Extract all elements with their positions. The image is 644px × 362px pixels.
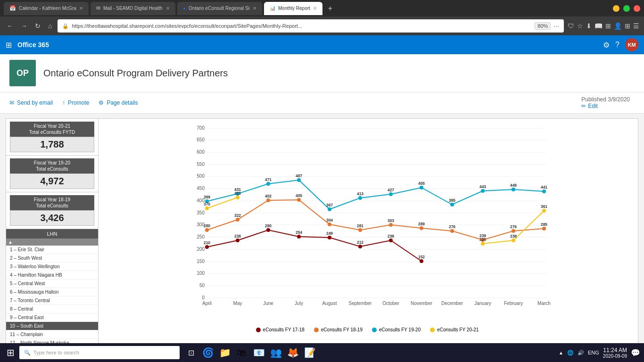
download-icon[interactable]: ⬇	[586, 22, 592, 30]
forward-button[interactable]: →	[19, 20, 29, 32]
org-logo: OP	[9, 60, 36, 86]
star-icon[interactable]: ☆	[577, 22, 583, 30]
lhn-item-3[interactable]: 3 – Waterloo Wellington	[6, 263, 98, 271]
close-button[interactable]: ✕	[634, 5, 640, 12]
lhn-item-5[interactable]: 5 – Central West	[6, 280, 98, 288]
legend-label-fy2021: eConsults FY 20-21	[437, 327, 479, 332]
collections-icon[interactable]: ⊞	[605, 22, 611, 30]
menu-icon[interactable]: ☰	[633, 22, 639, 30]
reload-button[interactable]: ↻	[33, 20, 42, 32]
legend-fy2021: eConsults FY 20-21	[430, 327, 479, 332]
calendar-favicon: 📅	[9, 5, 16, 11]
taskbar-word[interactable]: 📝	[303, 346, 316, 359]
send-email-button[interactable]: ✉ Send by email	[9, 99, 53, 106]
taskbar-teams[interactable]: 👥	[269, 346, 282, 359]
svg-text:322: 322	[234, 213, 241, 218]
page-details-button[interactable]: ⚙ Page details	[99, 99, 138, 106]
stat-fy1819-value: 3,426	[10, 210, 94, 226]
dot-fy1819-may	[236, 218, 239, 222]
taskbar-explorer[interactable]: 📁	[218, 346, 231, 359]
taskbar-firefox[interactable]: 🦊	[286, 346, 299, 359]
back-button[interactable]: ←	[5, 20, 15, 32]
tray-chevron[interactable]: ▲	[559, 350, 563, 355]
lhn-item-9[interactable]: 9 – Central East	[6, 313, 98, 322]
lhn-item-6[interactable]: 6 – Mississauga Halton	[6, 288, 98, 296]
edit-icon: ✏	[581, 103, 586, 109]
reading-list-icon[interactable]: 📖	[594, 22, 603, 30]
minimize-button[interactable]: –	[613, 5, 619, 12]
taskbar-store[interactable]: 🛍	[235, 346, 248, 359]
dot-fy1819-mar	[542, 227, 546, 230]
taskbar-edge[interactable]: 🌀	[201, 346, 215, 359]
more-button[interactable]: ···	[553, 22, 559, 30]
help-icon[interactable]: ?	[615, 41, 619, 49]
waffle-icon[interactable]: ⊞	[6, 41, 12, 49]
lhn-item-4[interactable]: 4 – Hamilton Niagara HB	[6, 271, 98, 280]
stat-fy2021-label: Fiscal Year 20-21 Total eConsults FYTD	[10, 122, 94, 137]
tab-monthly-report[interactable]: 📊 Monthly Report ✕	[264, 2, 322, 15]
tab-monthly-close[interactable]: ✕	[313, 6, 317, 11]
dot-fy1920-oct	[389, 192, 393, 196]
promote-icon: ↑	[62, 99, 65, 106]
dot-fy1819-sep	[358, 228, 362, 232]
dot-fy1920-jun	[266, 182, 270, 186]
legend-label-fy1920: eConsults FY 19-20	[379, 327, 421, 332]
lhn-collapse-button[interactable]: ▲	[6, 239, 98, 246]
system-tray: ▲ 🌐 🔊 ENG 11:24 AM 2020-09-09 💬	[559, 347, 640, 359]
econsult-favicon: ●	[183, 6, 186, 11]
new-tab-button[interactable]: +	[324, 4, 336, 13]
promote-button[interactable]: ↑ Promote	[62, 99, 89, 106]
lhn-item-2[interactable]: 2 – South West	[6, 254, 98, 263]
notification-icon[interactable]: 💬	[631, 348, 640, 357]
lhn-item-8[interactable]: 8 – Central	[6, 305, 98, 313]
tab-econsult-close[interactable]: ✕	[253, 6, 256, 11]
dot-fy1819-jul	[297, 198, 301, 202]
line-fy2021-seg1	[207, 197, 238, 208]
lhn-item-1[interactable]: 1 – Erie St. Clair	[6, 246, 98, 254]
tab-mail-close[interactable]: ✕	[166, 6, 170, 11]
taskbar-search[interactable]: 🔍 Type here to search	[19, 346, 180, 359]
stat-box-fy1819: Fiscal Year 18-19 Total eConsults 3,426	[6, 192, 98, 229]
dot-fy1718-may	[236, 239, 239, 242]
o365-bar: ⊞ Office 365 ⚙ ? KM	[0, 35, 644, 54]
dot-fy2021-feb	[512, 239, 515, 242]
legend-fy1920: eConsults FY 19-20	[372, 327, 421, 332]
user-icon[interactable]: 👤	[614, 22, 622, 30]
svg-text:304: 304	[326, 218, 333, 222]
published-info: Published 3/9/2020 ✏ Edit	[581, 96, 635, 109]
svg-text:225: 225	[479, 237, 486, 242]
main-area: Fiscal Year 20-21 Total eConsults FYTD 1…	[0, 114, 644, 362]
tab-calendar-close[interactable]: ✕	[79, 6, 83, 11]
user-avatar[interactable]: KM	[625, 38, 638, 51]
svg-text:443: 443	[479, 184, 486, 189]
dot-fy1920-aug	[328, 207, 331, 211]
maximize-button[interactable]: □	[623, 5, 630, 12]
legend-dot-fy1718	[256, 328, 261, 332]
tab-mail[interactable]: ✉ Mail - SEAMO Digital Health -... ✕	[91, 2, 175, 15]
taskbar-mail[interactable]: 📧	[252, 346, 265, 359]
svg-text:238: 238	[510, 234, 517, 239]
email-icon: ✉	[9, 99, 14, 106]
dot-fy1819-nov	[420, 226, 423, 230]
url-bar[interactable]: 🔒 https://theottawahospital.sharepoint.c…	[58, 19, 564, 33]
dot-fy1718-sep	[358, 245, 362, 248]
svg-text:254: 254	[296, 230, 302, 235]
taskbar-taskview[interactable]: ⊡	[184, 346, 198, 359]
settings-icon[interactable]: ⚙	[603, 41, 610, 49]
lhn-item-10[interactable]: 10 – South East	[6, 322, 98, 330]
home-button[interactable]: ⌂	[46, 20, 54, 32]
dot-fy1718-aug	[328, 236, 331, 239]
lhn-item-7[interactable]: 7 – Toronto Central	[6, 296, 98, 305]
legend-label-fy1819: eConsults FY 18-19	[321, 327, 363, 332]
stat-fy1819-label: Fiscal Year 18-19 Total eConsults	[10, 195, 94, 210]
extensions-icon[interactable]: ⊞	[625, 22, 630, 30]
svg-text:July: July	[295, 301, 303, 306]
edit-button[interactable]: ✏ Edit	[581, 103, 635, 109]
lhn-item-11[interactable]: 11 – Champlain	[6, 330, 98, 339]
svg-text:200: 200	[197, 247, 205, 252]
tab-econsult[interactable]: ● Ontario eConsult Regional Site... ✕	[177, 2, 262, 15]
start-button[interactable]: ⊞	[4, 347, 17, 358]
svg-text:September: September	[349, 301, 372, 306]
tab-calendar-label: Calendar - Kathleen McGrath...	[19, 6, 76, 11]
tab-calendar[interactable]: 📅 Calendar - Kathleen McGrath... ✕	[4, 2, 89, 15]
